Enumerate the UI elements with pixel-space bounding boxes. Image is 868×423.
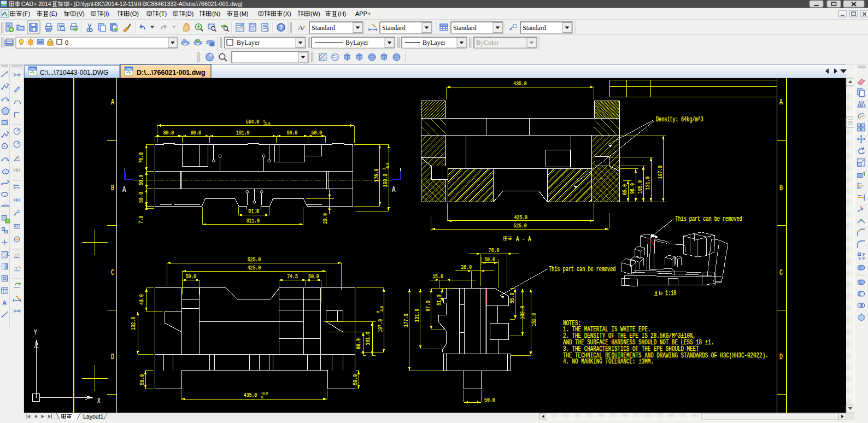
svg-text:66.0: 66.0 — [355, 338, 362, 349]
svg-text:This part can be removed: This part can be removed — [549, 266, 615, 273]
svg-text:X: X — [97, 397, 101, 405]
svg-text:190.0: 190.0 — [382, 174, 389, 187]
svg-text:50.0: 50.0 — [186, 273, 197, 280]
svg-text:7.0: 7.0 — [137, 216, 144, 224]
svg-text:50.0: 50.0 — [312, 129, 322, 136]
svg-text:525.0: 525.0 — [248, 256, 261, 263]
svg-text:74.5: 74.5 — [287, 273, 298, 280]
svg-text:80.0: 80.0 — [190, 129, 201, 136]
svg-text:(E): (E) — [49, 10, 57, 17]
svg-text:0: 0 — [65, 39, 68, 46]
svg-text:131.0: 131.0 — [644, 177, 651, 190]
svg-text:-5.0: -5.0 — [385, 163, 390, 169]
svg-text:APP+: APP+ — [355, 10, 371, 17]
svg-text:C:\...\710443-001.DWG: C:\...\710443-001.DWG — [40, 69, 108, 77]
svg-text:132.0: 132.0 — [130, 317, 137, 330]
svg-text:176.0: 176.0 — [373, 168, 380, 181]
svg-text:(X): (X) — [283, 10, 291, 17]
svg-text:(H): (H) — [338, 10, 346, 17]
svg-text:4. NO MARKING TOLERANCE: ±3MM.: 4. NO MARKING TOLERANCE: ±3MM. — [563, 357, 654, 366]
svg-text:Standard: Standard — [312, 24, 335, 32]
svg-text:A: A — [122, 185, 126, 195]
svg-text:425.0: 425.0 — [248, 264, 261, 271]
svg-text:ByLayer: ByLayer — [423, 39, 445, 46]
svg-text:65.0: 65.0 — [621, 184, 628, 195]
svg-text:20.0: 20.0 — [321, 213, 329, 224]
svg-text:DWG: DWG — [126, 67, 132, 70]
svg-text:50.0: 50.0 — [308, 273, 319, 280]
svg-text:Standard: Standard — [523, 24, 546, 32]
svg-text:564.0: 564.0 — [246, 118, 259, 125]
svg-text:(M): (M) — [239, 10, 249, 17]
svg-text:A: A — [392, 185, 395, 195]
svg-text:Layout1: Layout1 — [83, 413, 104, 420]
svg-text:91.0: 91.0 — [248, 208, 259, 215]
svg-text:97.0: 97.0 — [424, 301, 431, 312]
svg-text:50.0: 50.0 — [138, 374, 145, 385]
svg-text:Standard: Standard — [453, 24, 477, 32]
svg-text:A: A — [779, 98, 783, 107]
svg-text:525.0: 525.0 — [513, 222, 526, 229]
svg-text:435.0: 435.0 — [244, 391, 257, 398]
svg-text:ByLayer: ByLayer — [237, 39, 260, 46]
svg-text:50.0: 50.0 — [137, 174, 144, 185]
svg-text:This part can be removed: This part can be removed — [675, 215, 742, 223]
svg-text:Y: Y — [34, 328, 37, 337]
svg-text:51.0: 51.0 — [435, 295, 442, 306]
svg-text:90.0: 90.0 — [287, 129, 298, 136]
svg-text:26.0: 26.0 — [461, 263, 472, 271]
svg-text:B: B — [111, 184, 114, 192]
svg-text:55.0: 55.0 — [508, 293, 515, 304]
svg-text:(N): (N) — [212, 10, 220, 17]
svg-text:311.0: 311.0 — [246, 217, 259, 224]
svg-text:-5.0: -5.0 — [263, 122, 270, 126]
svg-text:A: A — [17, 209, 20, 212]
svg-text:105.0: 105.0 — [636, 180, 643, 193]
svg-text:A: A — [2, 299, 7, 306]
svg-text:Density: 64kg/m^3: Density: 64kg/m^3 — [656, 116, 703, 124]
svg-text:(F): (F) — [22, 10, 30, 17]
svg-text:ByColor: ByColor — [476, 39, 498, 46]
svg-text:425.0: 425.0 — [514, 214, 527, 221]
svg-text:191.0: 191.0 — [236, 129, 249, 136]
svg-text:197.0: 197.0 — [656, 166, 664, 179]
svg-text:B: B — [779, 184, 783, 192]
svg-text:D: D — [111, 352, 114, 361]
svg-text:15.0: 15.0 — [432, 273, 443, 280]
svg-text:131.0: 131.0 — [413, 309, 420, 322]
svg-text:(O): (O) — [130, 10, 139, 17]
svg-text:50.0: 50.0 — [351, 374, 359, 385]
svg-text:177.0: 177.0 — [402, 314, 409, 327]
svg-text:A: A — [298, 24, 303, 32]
svg-text:102.0: 102.0 — [519, 306, 526, 319]
svg-text:T: T — [15, 267, 17, 271]
svg-text:0: 0 — [261, 395, 263, 400]
svg-text:435.0: 435.0 — [513, 80, 526, 87]
svg-text:(I): (I) — [103, 10, 109, 17]
svg-text:76.0: 76.0 — [137, 152, 144, 163]
svg-text:CAD+ 2014: CAD+ 2014 — [21, 1, 51, 7]
svg-text:40.0: 40.0 — [138, 294, 145, 305]
svg-text:?: ? — [279, 24, 283, 31]
svg-text:A: A — [111, 98, 114, 107]
svg-text:76.0: 76.0 — [489, 246, 500, 254]
svg-text:- [D:\lyp\H3C\2014-12-11\HH3C8: - [D:\lyp\H3C\2014-12-11\HH3C88461332-A0… — [71, 1, 242, 7]
svg-text:1:10: 1:10 — [665, 290, 676, 297]
svg-text:50.0: 50.0 — [484, 396, 495, 403]
svg-text:50.0: 50.0 — [137, 192, 144, 203]
svg-text:(T): (T) — [159, 10, 167, 17]
svg-text:ByLayer: ByLayer — [345, 39, 368, 46]
svg-text:197.0: 197.0 — [377, 319, 384, 332]
svg-text:Standard: Standard — [382, 24, 406, 32]
svg-text:C: C — [779, 268, 783, 277]
svg-text:A - A: A - A — [516, 235, 531, 243]
svg-text:(W): (W) — [310, 10, 320, 17]
svg-text:152.0: 152.0 — [530, 313, 537, 326]
svg-text:(V): (V) — [77, 10, 85, 17]
svg-text:96.0: 96.0 — [629, 183, 636, 194]
svg-text:D:\...\766021-001.dwg: D:\...\766021-001.dwg — [137, 69, 206, 77]
svg-text:D: D — [779, 352, 783, 361]
svg-text:DWG: DWG — [30, 67, 36, 70]
svg-text:101.0: 101.0 — [364, 332, 371, 345]
svg-text:(D): (D) — [185, 10, 193, 17]
